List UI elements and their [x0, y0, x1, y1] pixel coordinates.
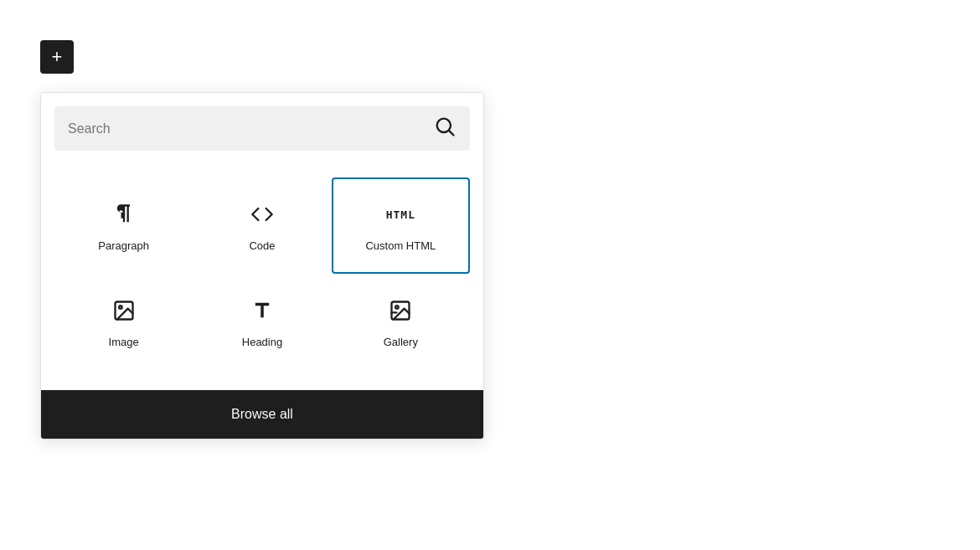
block-item-gallery[interactable]: Gallery [332, 274, 470, 370]
heading-label: Heading [242, 336, 282, 348]
blocks-grid: Paragraph Code HTML Custom HTML [41, 164, 483, 390]
add-block-button[interactable]: + [40, 40, 74, 74]
search-icon [433, 115, 456, 142]
block-item-paragraph[interactable]: Paragraph [54, 177, 193, 274]
custom-html-label: Custom HTML [365, 239, 436, 252]
plus-icon: + [52, 48, 63, 66]
svg-line-1 [449, 131, 453, 135]
html-icon: HTML [386, 199, 415, 229]
block-item-image[interactable]: Image [54, 274, 193, 370]
heading-icon [250, 296, 274, 326]
code-label: Code [249, 239, 275, 252]
paragraph-icon [112, 199, 136, 229]
block-picker-panel: Paragraph Code HTML Custom HTML [40, 92, 484, 439]
image-icon [112, 296, 136, 326]
block-item-code[interactable]: Code [193, 177, 331, 274]
browse-all-button[interactable]: Browse all [41, 390, 483, 439]
search-container [41, 93, 483, 164]
svg-point-3 [119, 306, 122, 309]
block-item-heading[interactable]: Heading [193, 274, 331, 370]
search-input-wrapper [54, 106, 470, 151]
image-label: Image [109, 336, 139, 348]
svg-point-5 [395, 306, 399, 309]
block-item-custom-html[interactable]: HTML Custom HTML [332, 177, 470, 274]
page-container: + [0, 0, 980, 550]
gallery-icon [389, 296, 412, 326]
code-icon [250, 199, 274, 229]
svg-point-0 [437, 119, 451, 132]
paragraph-label: Paragraph [98, 239, 149, 252]
gallery-label: Gallery [384, 336, 418, 348]
search-input[interactable] [68, 121, 426, 136]
